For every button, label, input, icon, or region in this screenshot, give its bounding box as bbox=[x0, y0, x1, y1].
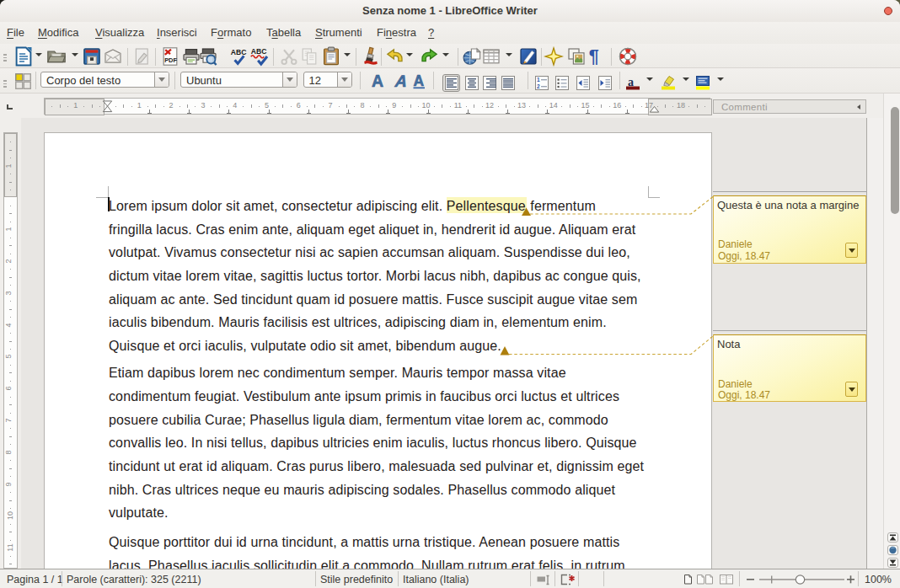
svg-text:2: 2 bbox=[537, 83, 540, 89]
svg-text:PDF: PDF bbox=[164, 56, 177, 64]
svg-text:ABC: ABC bbox=[251, 47, 267, 56]
svg-text:a: a bbox=[628, 76, 634, 88]
svg-text:A: A bbox=[372, 74, 383, 90]
svg-text:¶: ¶ bbox=[589, 46, 599, 67]
svg-text:ABC: ABC bbox=[231, 47, 247, 56]
svg-text:A: A bbox=[414, 74, 425, 89]
svg-text:A: A bbox=[393, 74, 408, 90]
svg-text:1: 1 bbox=[537, 77, 540, 83]
